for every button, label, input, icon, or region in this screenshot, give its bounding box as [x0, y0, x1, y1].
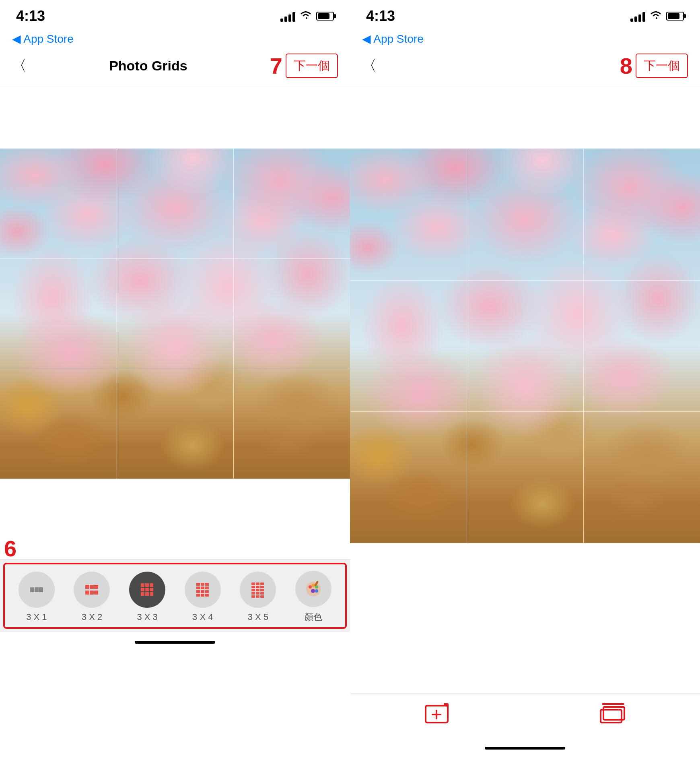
- grid-label-3x2: 3 X 2: [82, 612, 102, 622]
- next-button-2[interactable]: 下一個: [636, 54, 688, 78]
- svg-rect-34: [256, 586, 259, 588]
- svg-rect-19: [201, 583, 204, 586]
- add-image-button[interactable]: [424, 702, 452, 726]
- next-button-1[interactable]: 下一個: [286, 54, 338, 78]
- grid-icon-3x5: [240, 572, 276, 608]
- grid-icon-color: [295, 571, 331, 607]
- svg-rect-1: [35, 587, 39, 592]
- svg-rect-28: [201, 594, 204, 597]
- panel-2: 4:13 ◀ App Store 〈 8 下一個: [350, 0, 700, 758]
- grid-label-3x1: 3 X 1: [26, 612, 47, 622]
- grid-option-3x5[interactable]: 3 X 5: [240, 572, 276, 622]
- grid-icon-3x3: [129, 572, 165, 608]
- status-icons-1: [280, 9, 334, 23]
- grid-option-color[interactable]: 顏色: [295, 571, 331, 623]
- nav-right-2: 8 下一個: [620, 54, 688, 78]
- svg-rect-23: [205, 587, 209, 589]
- svg-rect-29: [205, 594, 209, 597]
- svg-rect-27: [196, 594, 200, 597]
- app-store-nav-2: ◀ App Store: [350, 32, 700, 48]
- svg-rect-26: [205, 590, 209, 593]
- grid-option-3x2[interactable]: 3 X 2: [74, 572, 110, 622]
- page-title-1: Photo Grids: [109, 58, 187, 74]
- svg-rect-3: [85, 585, 89, 589]
- image-area-2: [350, 149, 700, 543]
- app-store-back-1[interactable]: ◀ App Store: [12, 33, 74, 45]
- svg-rect-7: [90, 591, 94, 595]
- svg-rect-9: [141, 583, 144, 587]
- grid-option-3x1[interactable]: 3 X 1: [19, 572, 55, 622]
- svg-rect-38: [260, 589, 264, 591]
- grid-toolbar-wrapper: 6 3 X 1: [0, 559, 350, 632]
- svg-rect-15: [141, 592, 144, 596]
- svg-rect-17: [150, 592, 153, 596]
- svg-rect-36: [251, 589, 255, 591]
- svg-rect-24: [196, 590, 200, 593]
- svg-point-46: [309, 585, 312, 589]
- svg-rect-35: [260, 586, 264, 588]
- step-badge-8: 8: [620, 55, 632, 77]
- svg-rect-39: [251, 592, 255, 595]
- svg-point-50: [311, 589, 315, 593]
- home-indicator-1: [0, 632, 350, 652]
- grid-label-3x5: 3 X 5: [248, 612, 268, 622]
- status-bar-2: 4:13: [350, 0, 700, 32]
- nav-right-1: 7 下一個: [270, 54, 338, 78]
- app-store-nav-1: ◀ App Store: [0, 32, 350, 48]
- grid-label-3x4: 3 X 4: [192, 612, 213, 622]
- grid-selector-box: 3 X 1 3 X 2: [3, 563, 347, 629]
- grid-option-3x3[interactable]: 3 X 3: [129, 572, 165, 622]
- status-icons-2: [630, 9, 684, 23]
- spacer-mid-2: [350, 543, 700, 693]
- back-button-2[interactable]: 〈: [362, 56, 377, 76]
- status-time-2: 4:13: [366, 8, 395, 25]
- svg-rect-13: [145, 588, 149, 591]
- battery-icon-1: [316, 12, 334, 21]
- grid-label-3x3: 3 X 3: [137, 612, 157, 622]
- svg-rect-4: [90, 585, 94, 589]
- nav-bar-1: 〈 Photo Grids 7 下一個: [0, 48, 350, 84]
- battery-icon-2: [666, 12, 684, 21]
- home-bar-1: [135, 641, 215, 644]
- svg-rect-18: [196, 583, 200, 586]
- nav-bar-2: 〈 8 下一個: [350, 48, 700, 84]
- svg-rect-33: [251, 586, 255, 588]
- back-button-1[interactable]: 〈: [12, 56, 27, 76]
- svg-rect-11: [150, 583, 153, 587]
- svg-rect-31: [256, 582, 259, 585]
- layers-button[interactable]: [599, 702, 627, 726]
- svg-rect-42: [251, 595, 255, 598]
- home-bar-2: [485, 747, 565, 750]
- status-time-1: 4:13: [16, 8, 45, 25]
- svg-rect-5: [94, 585, 98, 589]
- svg-rect-0: [30, 587, 34, 592]
- grid-option-3x4[interactable]: 3 X 4: [185, 572, 221, 622]
- grid-label-color: 顏色: [305, 611, 322, 623]
- svg-rect-44: [260, 595, 264, 598]
- svg-point-49: [315, 589, 318, 593]
- spacer-top-2: [350, 84, 700, 149]
- svg-rect-41: [260, 592, 264, 595]
- signal-icon-2: [630, 10, 645, 22]
- svg-rect-21: [196, 587, 200, 589]
- svg-rect-16: [145, 592, 149, 596]
- spacer-top-1: [0, 84, 350, 149]
- app-store-back-2[interactable]: ◀ App Store: [362, 33, 424, 45]
- spacer-bottom-1: [0, 479, 350, 559]
- grid-icon-3x1: [19, 572, 55, 608]
- wifi-icon-2: [649, 9, 662, 23]
- step-badge-7: 7: [270, 55, 282, 77]
- signal-icon-1: [280, 10, 295, 22]
- svg-rect-2: [39, 587, 43, 592]
- image-area-1: [0, 149, 350, 479]
- grid-icon-3x2: [74, 572, 110, 608]
- svg-rect-10: [145, 583, 149, 587]
- svg-rect-20: [205, 583, 209, 586]
- grid-selector-1: 3 X 1 3 X 2: [5, 571, 345, 623]
- home-indicator-2: [350, 738, 700, 758]
- status-bar-1: 4:13: [0, 0, 350, 32]
- panel-1: 4:13 ◀ App Store 〈 Photo Grids 7 下一個: [0, 0, 350, 758]
- svg-rect-30: [251, 582, 255, 585]
- svg-rect-6: [85, 591, 89, 595]
- svg-rect-25: [201, 590, 204, 593]
